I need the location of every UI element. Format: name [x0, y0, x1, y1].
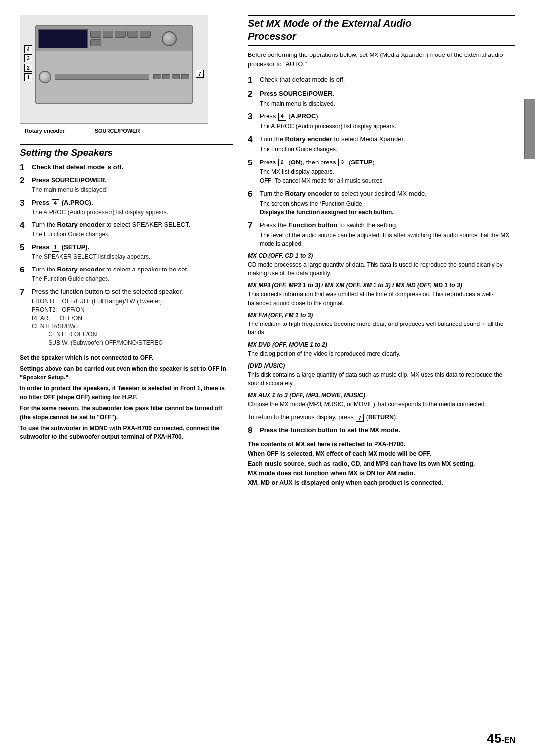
- step-4-content: Turn the Rotary encoder to select SPEAKE…: [32, 220, 233, 239]
- right-step-7-content: Press the Function button to switch the …: [260, 221, 515, 249]
- final-note-2: When OFF is selected, MX effect of each …: [248, 449, 515, 459]
- right-step-1: 1 Check that defeat mode is off.: [248, 75, 515, 85]
- right-step-num-5: 5: [248, 158, 257, 168]
- step-4-bold: Rotary encoder: [57, 221, 105, 228]
- step-num-6: 6: [20, 266, 29, 274]
- step-5-text: Press 1 (SETUP).: [32, 243, 89, 251]
- note-4: For the same reason, the subwoofer low p…: [20, 404, 233, 422]
- step-3-content: Press 4 (A.PROC). The A.PROC (Audio proc…: [32, 198, 233, 216]
- right-step-7-bold: Function button: [289, 221, 338, 229]
- sub-text-mxmp3: This corrects information that was omitt…: [248, 290, 515, 308]
- notes-section: Set the speaker which is not connected t…: [20, 353, 233, 441]
- right-step-num-8: 8: [248, 426, 257, 435]
- source-label: SOURCE/POWER: [95, 128, 140, 134]
- right-intro: Before performing the operations below, …: [248, 51, 515, 69]
- right-step-8: 8 Press the function button to set the M…: [248, 426, 515, 435]
- step-2-bold: Press SOURCE/POWER.: [32, 176, 107, 184]
- sub-title-mxdvd: MX DVD (OFF, MOVIE 1 to 2): [248, 341, 515, 348]
- sub-title-mxmp3: MX MP3 (OFF, MP3 1 to 3) / MX XM (OFF, X…: [248, 282, 515, 289]
- right-step-4: 4 Turn the Rotary encoder to select Medi…: [248, 135, 515, 154]
- left-step-3: 3 Press 4 (A.PROC). The A.PROC (Audio pr…: [20, 198, 233, 216]
- sub-text-dvdmusic: This disk contains a large quantity of d…: [248, 371, 515, 388]
- right-step-7-sub: The level of the audio source can be adj…: [260, 231, 515, 249]
- right-section-title-1: Set MX Mode of the External Audio: [248, 18, 515, 29]
- step-num-2: 2: [20, 176, 29, 185]
- badge-7-device: 7: [196, 70, 204, 78]
- step-6-sub: The Function Guide changes.: [32, 275, 233, 283]
- right-step-num-4: 4: [248, 135, 257, 145]
- step-2-content: Press SOURCE/POWER. The main menu is dis…: [32, 176, 233, 194]
- step-7-sub: FRONT1: OFF/FULL (Full Range)/TW (Tweete…: [32, 297, 233, 347]
- left-step-5: 5 Press 1 (SETUP). The SPEAKER SELECT li…: [20, 243, 233, 261]
- final-notes: The contents of MX set here is reflected…: [248, 440, 515, 488]
- badge-group-left: 4 3 2 1: [24, 45, 32, 81]
- right-step-num-2: 2: [248, 89, 257, 99]
- step-6-bold: Rotary encoder: [57, 266, 105, 273]
- final-note-4: MX mode does not function when MX is ON …: [248, 469, 515, 478]
- step-1-text: Check that defeat mode is off.: [32, 163, 123, 171]
- final-note-1: The contents of MX set here is reflected…: [248, 440, 515, 449]
- left-step-1: 1 Check that defeat mode is off.: [20, 163, 233, 172]
- step-num-4: 4: [20, 221, 29, 229]
- right-step-5: 5 Press 2 (ON), then press 3 (SETUP). Th…: [248, 158, 515, 186]
- right-step-8-text: Press the function button to set the MX …: [260, 426, 400, 433]
- sub-section-mxfm: MX FM (OFF, FM 1 to 3) The medium to hig…: [248, 312, 515, 337]
- right-step-3-content: Press 4 (A.PROC). The A.PROC (Audio proc…: [260, 112, 515, 131]
- step-num-1: 1: [20, 163, 29, 172]
- right-step-5-sub: The MX list display appears. OFF: To can…: [260, 168, 515, 185]
- rotary-label: Rotary encoder: [25, 128, 65, 134]
- sub-title-mxaux: MX AUX 1 to 3 (OFF, MP3, MOVIE, MUSIC): [248, 392, 515, 399]
- badge-1-step5: 1: [52, 244, 59, 252]
- sub-title-mxfm: MX FM (OFF, FM 1 to 3): [248, 312, 515, 319]
- right-step-5-content: Press 2 (ON), then press 3 (SETUP). The …: [260, 158, 515, 186]
- badge-7-return: 7: [356, 414, 364, 422]
- left-section-divider: [20, 144, 233, 145]
- right-step-6-bold: Rotary encoder: [285, 190, 332, 197]
- right-step-7: 7 Press the Function button to switch th…: [248, 221, 515, 249]
- return-note: To return to the previous display, press…: [248, 414, 515, 422]
- sub-section-dvdmusic: (DVD MUSIC) This disk contains a large q…: [248, 362, 515, 388]
- sub-title-dvdmusic: (DVD MUSIC): [248, 362, 515, 369]
- page-suffix: -EN: [501, 736, 515, 744]
- left-step-6: 6 Turn the Rotary encoder to select a sp…: [20, 265, 233, 283]
- step-num-7: 7: [20, 288, 29, 296]
- final-note-3: Each music source, such as radio, CD, an…: [248, 459, 515, 469]
- right-column: Set MX Mode of the External Audio Proces…: [248, 15, 515, 741]
- step-6-content: Turn the Rotary encoder to select a spea…: [32, 265, 233, 283]
- sub-section-mxcd: MX CD (OFF, CD 1 to 3) CD mode processes…: [248, 252, 515, 278]
- right-step-4-content: Turn the Rotary encoder to select Media …: [260, 135, 515, 154]
- right-step-2: 2 Press SOURCE/POWER. The main menu is d…: [248, 89, 515, 108]
- right-step-8-content: Press the function button to set the MX …: [260, 426, 515, 435]
- right-steps: 1 Check that defeat mode is off. 2 Press…: [248, 75, 515, 249]
- right-step-6: 6 Turn the Rotary encoder to select your…: [248, 189, 515, 217]
- badge-2-right-step5: 2: [278, 159, 286, 166]
- badge-4-step3: 4: [52, 199, 59, 207]
- page-number-area: 45-EN: [487, 731, 515, 746]
- sub-text-mxaux: Choose the MX mode (MP3, MUSIC, or MOVIE…: [248, 400, 515, 409]
- step-5-content: Press 1 (SETUP). The SPEAKER SELECT list…: [32, 243, 233, 261]
- badge-3: 3: [24, 54, 32, 62]
- right-step-2-sub: The main menu is displayed.: [260, 100, 515, 108]
- step-num-3: 3: [20, 199, 29, 207]
- page-number: 45: [487, 731, 502, 746]
- right-step-3-sub: The A.PROC (Audio processor) list displa…: [260, 122, 515, 131]
- right-step-1-content: Check that defeat mode is off.: [260, 75, 515, 85]
- note-3: In order to protect the speakers, if Twe…: [20, 384, 233, 402]
- badge-4: 4: [24, 45, 32, 53]
- right-section-title-2: Processor: [248, 31, 515, 46]
- sidebar-tab: [524, 99, 535, 159]
- right-step-num-1: 1: [248, 75, 257, 85]
- note-1: Set the speaker which is not connected t…: [20, 353, 233, 362]
- right-step-6-sub: The screen shows the *Function Guide. Di…: [260, 200, 515, 217]
- device-labels: Rotary encoder SOURCE/POWER: [25, 128, 233, 134]
- note-2: Settings above can be carried out even w…: [20, 364, 233, 382]
- step-5-sub: The SPEAKER SELECT list display appears.: [32, 253, 233, 261]
- sub-section-mxmp3: MX MP3 (OFF, MP3 1 to 3) / MX XM (OFF, X…: [248, 282, 515, 308]
- note-5: To use the subwoofer in MONO with PXA-H7…: [20, 424, 233, 441]
- step-3-sub: The A.PROC (Audio processor) list displa…: [32, 208, 233, 216]
- right-step-2-content: Press SOURCE/POWER. The main menu is dis…: [260, 89, 515, 108]
- sub-text-mxfm: The medium to high frequencies become mo…: [248, 320, 515, 337]
- step-3-text: Press 4 (A.PROC).: [32, 199, 93, 206]
- sub-section-mxdvd: MX DVD (OFF, MOVIE 1 to 2) The dialog po…: [248, 341, 515, 358]
- device-image: 4 3 2 1 7: [20, 15, 208, 124]
